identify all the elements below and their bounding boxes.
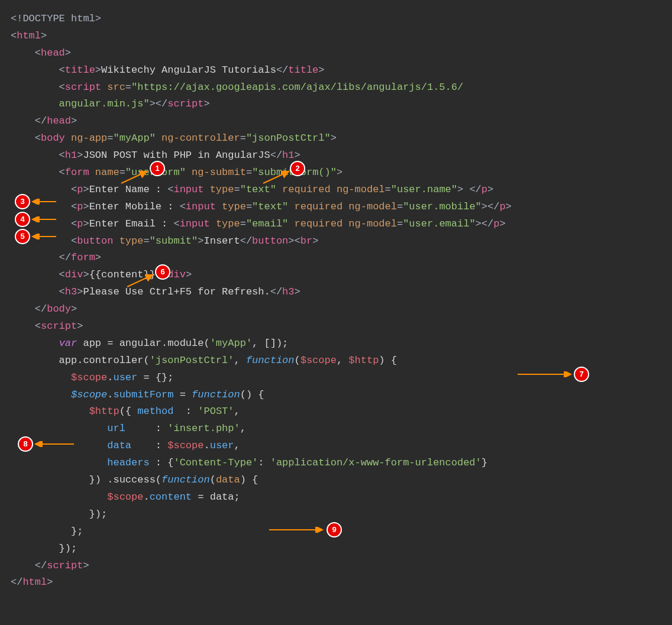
annotation-badge-5: 5	[15, 229, 30, 244]
annotation-badge-7: 7	[574, 367, 589, 382]
svg-line-0	[121, 171, 147, 183]
code-block: <!DOCTYPE html> <html> <head> <title>Wik…	[11, 11, 661, 591]
arrow-icon	[33, 441, 77, 447]
annotation-badge-2: 2	[290, 161, 305, 176]
arrow-icon	[30, 234, 59, 239]
arrow-icon	[124, 272, 157, 290]
annotation-badge-4: 4	[15, 212, 30, 227]
svg-line-1	[263, 171, 289, 183]
doctype: <!DOCTYPE html>	[11, 13, 101, 24]
arrow-icon	[118, 169, 151, 186]
annotation-badge-6: 6	[155, 264, 170, 280]
annotation-badge-9: 9	[327, 522, 342, 537]
arrow-icon	[30, 216, 59, 222]
arrow-icon	[260, 169, 293, 186]
annotation-badge-1: 1	[150, 161, 165, 176]
annotation-badge-8: 8	[18, 436, 33, 452]
arrow-icon	[515, 371, 574, 377]
arrow-icon	[266, 527, 325, 533]
arrow-icon	[30, 199, 59, 205]
annotation-badge-3: 3	[15, 194, 30, 209]
svg-line-5	[127, 275, 153, 287]
